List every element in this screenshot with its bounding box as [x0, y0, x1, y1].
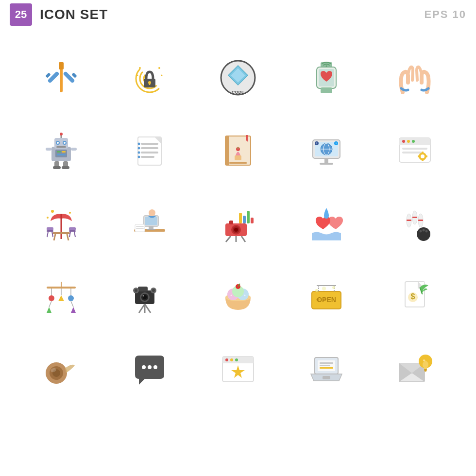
- robot-icon: [37, 126, 85, 175]
- svg-rect-44: [138, 137, 161, 165]
- svg-point-146: [143, 295, 144, 297]
- svg-rect-83: [425, 155, 427, 157]
- icon-cell-chart: [196, 189, 280, 257]
- svg-point-73: [402, 140, 405, 143]
- svg-point-15: [161, 75, 163, 76]
- svg-rect-123: [412, 217, 417, 218]
- svg-point-161: [231, 295, 232, 296]
- svg-point-49: [138, 143, 140, 145]
- svg-line-113: [226, 236, 231, 242]
- icon-cell-robot: [19, 117, 103, 185]
- svg-rect-11: [149, 83, 151, 85]
- code-badge-icon: CODE: [214, 53, 262, 102]
- svg-rect-194: [320, 365, 330, 366]
- svg-rect-106: [136, 228, 144, 229]
- svg-line-89: [47, 232, 48, 237]
- tape-roll-icon: [37, 345, 85, 393]
- svg-rect-130: [47, 287, 76, 289]
- header-eps: EPS 10: [424, 8, 466, 21]
- svg-rect-4: [63, 71, 75, 83]
- svg-rect-124: [407, 220, 411, 221]
- svg-rect-147: [138, 287, 148, 291]
- svg-rect-95: [69, 227, 76, 230]
- svg-line-152: [139, 304, 145, 313]
- svg-line-86: [54, 234, 55, 240]
- tools-icon: [37, 53, 85, 102]
- svg-point-111: [234, 228, 238, 232]
- svg-point-151: [152, 289, 155, 292]
- svg-line-94: [74, 232, 75, 237]
- svg-rect-81: [422, 159, 424, 161]
- svg-marker-140: [47, 307, 51, 313]
- svg-rect-80: [422, 152, 424, 153]
- svg-rect-103: [147, 229, 155, 230]
- icon-cell-open-sign: OPEN: [285, 262, 368, 330]
- recipe-book-icon: [214, 126, 262, 175]
- svg-rect-88: [47, 230, 53, 232]
- svg-rect-116: [239, 213, 242, 223]
- icon-cell-chat: [108, 335, 191, 403]
- data-chart-icon: [214, 199, 262, 248]
- email-idea-icon: [391, 345, 439, 393]
- heart-water-icon: [302, 199, 351, 248]
- icon-cell-email-idea: [373, 335, 457, 403]
- svg-rect-48: [141, 156, 154, 158]
- svg-rect-22: [321, 87, 332, 93]
- icon-cell-lock: [108, 44, 191, 112]
- svg-rect-34: [55, 150, 67, 157]
- icon-cell-social: f t: [285, 117, 368, 185]
- svg-point-51: [138, 152, 140, 154]
- svg-point-98: [47, 217, 49, 219]
- svg-text:CODE: CODE: [232, 90, 244, 95]
- svg-text:OPEN: OPEN: [317, 296, 336, 304]
- icon-cell-desk: [108, 189, 191, 257]
- dessert-bowl-icon: [214, 272, 262, 321]
- svg-point-171: [322, 287, 326, 290]
- header-badge: 25: [10, 3, 32, 26]
- hands-care-icon: [391, 53, 439, 102]
- svg-point-201: [423, 359, 425, 361]
- svg-rect-91: [47, 227, 53, 230]
- svg-point-187: [225, 358, 228, 361]
- icon-cell-tape: [19, 335, 103, 403]
- svg-rect-54: [225, 136, 229, 165]
- icon-cell-heart-water: [285, 189, 368, 257]
- svg-point-170: [315, 289, 318, 292]
- header-title: ICON SET: [40, 7, 108, 22]
- svg-rect-43: [71, 148, 77, 151]
- svg-rect-101: [145, 217, 157, 225]
- icon-cell-smartwatch: [285, 44, 368, 112]
- svg-point-14: [137, 75, 138, 76]
- svg-point-129: [425, 230, 428, 233]
- icon-cell-bowling: [373, 189, 457, 257]
- money-plant-icon: $: [391, 272, 439, 321]
- baby-mobile-icon: [37, 272, 85, 321]
- icon-cell-recipe: [196, 117, 280, 185]
- svg-line-138: [49, 301, 51, 307]
- svg-rect-125: [418, 220, 423, 221]
- svg-rect-45: [141, 143, 158, 145]
- svg-point-79: [421, 154, 425, 158]
- svg-rect-193: [320, 362, 333, 364]
- desk-work-icon: [125, 199, 174, 248]
- svg-point-96: [51, 210, 54, 213]
- svg-point-189: [235, 358, 238, 361]
- svg-rect-200: [425, 371, 426, 372]
- svg-rect-62: [320, 163, 333, 165]
- document-list-icon: [125, 126, 174, 175]
- icon-cell-featured-window: [196, 335, 280, 403]
- svg-point-135: [49, 295, 54, 301]
- svg-rect-55: [235, 155, 241, 160]
- svg-marker-136: [58, 295, 64, 301]
- icon-grid: CODE: [19, 44, 457, 403]
- svg-point-31: [57, 142, 59, 144]
- svg-rect-118: [247, 211, 250, 223]
- svg-point-172: [332, 286, 335, 289]
- laptop-icon: [302, 345, 351, 393]
- svg-line-87: [67, 234, 68, 240]
- svg-point-183: [153, 365, 157, 369]
- main-content: CODE: [0, 29, 476, 476]
- svg-text:$: $: [411, 292, 415, 301]
- header: 25 ICON SET EPS 10: [0, 0, 476, 29]
- icon-cell-web-settings: [373, 117, 457, 185]
